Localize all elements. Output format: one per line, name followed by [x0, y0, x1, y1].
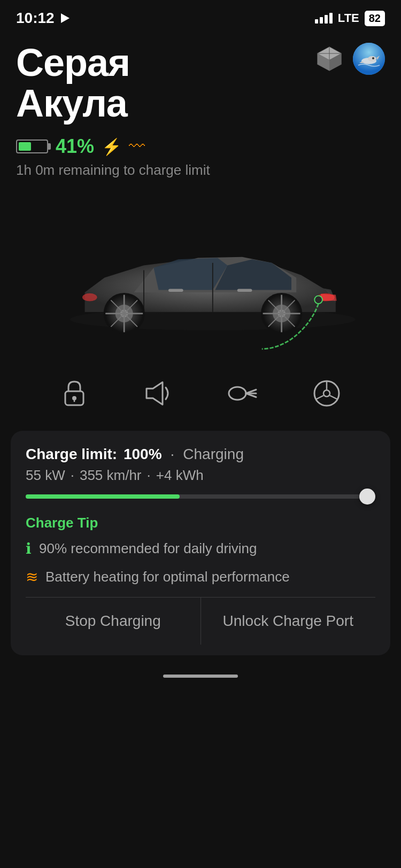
- svg-line-43: [316, 396, 323, 399]
- time-display: 10:12: [16, 10, 55, 27]
- svg-point-35: [314, 296, 322, 304]
- svg-point-41: [323, 390, 330, 397]
- svg-line-44: [330, 396, 337, 399]
- navigation-arrow-icon: [61, 13, 70, 23]
- header: Серая Акула: [0, 32, 401, 129]
- lights-icon: [227, 380, 259, 407]
- charging-added-stat: +4 kWh: [156, 467, 204, 484]
- car-image-area: [0, 185, 401, 356]
- car-illustration: [13, 190, 388, 351]
- stop-charging-button[interactable]: Stop Charging: [26, 598, 201, 645]
- bar4: [329, 13, 333, 24]
- bar3: [325, 15, 328, 24]
- tip-text-2: Battery heating for optimal performance: [45, 567, 290, 586]
- svg-point-10: [372, 57, 374, 59]
- battery-percentage-status: 82: [369, 12, 381, 25]
- charging-status-label: Charging: [183, 446, 244, 463]
- battery-fill: [19, 142, 31, 151]
- stat-sep1: ·: [71, 467, 74, 484]
- bar1: [315, 19, 318, 24]
- status-time: 10:12: [16, 10, 70, 27]
- charge-tip-title: Charge Tip: [26, 515, 375, 531]
- svg-rect-15: [168, 289, 183, 292]
- lock-icon: [61, 378, 88, 408]
- separator-dot: ·: [171, 446, 175, 463]
- unlock-charge-port-button[interactable]: Unlock Charge Port: [201, 598, 376, 645]
- car-name-line2: Акула: [16, 82, 127, 125]
- heat-waves-icon: 〰: [129, 137, 145, 156]
- battery-body-indicator: [16, 140, 48, 153]
- charge-remaining-text: 1h 0m remaining to charge limit: [0, 160, 401, 185]
- avatar-icon[interactable]: [353, 43, 385, 75]
- charging-card: Charge limit: 100% · Charging 55 kW · 35…: [11, 431, 390, 655]
- charging-speed-stat: 355 km/hr: [80, 467, 142, 484]
- horn-icon: [143, 380, 173, 407]
- controls-row: [0, 356, 401, 431]
- status-bar: 10:12 LTE 82: [0, 0, 401, 32]
- header-icons: [314, 43, 385, 75]
- battery-body: [16, 140, 48, 153]
- svg-point-17: [82, 293, 97, 301]
- lights-control-button[interactable]: [221, 372, 264, 415]
- horn-control-button[interactable]: [137, 372, 180, 415]
- cube-icon[interactable]: [314, 44, 344, 74]
- battery-row: 41% ⚡ 〰: [0, 129, 401, 160]
- charge-limit-label: Charge limit: 100%: [26, 446, 162, 463]
- tip-row-1: ℹ 90% recommended for daily driving: [26, 539, 375, 558]
- stat-sep2: ·: [147, 467, 151, 484]
- charging-bolt-icon: ⚡: [102, 137, 121, 156]
- slider-thumb[interactable]: [359, 489, 375, 505]
- charge-limit-slider[interactable]: [26, 494, 375, 499]
- home-indicator: [0, 666, 401, 688]
- bar2: [320, 17, 323, 24]
- svg-point-39: [229, 387, 246, 400]
- lte-label: LTE: [338, 11, 359, 25]
- svg-rect-16: [237, 289, 252, 292]
- lock-control-button[interactable]: [53, 372, 96, 415]
- tip-text-1: 90% recommended for daily driving: [39, 539, 257, 558]
- charge-limit-value: 100%: [124, 446, 162, 462]
- status-right: LTE 82: [315, 11, 385, 26]
- steering-wheel-icon: [312, 379, 341, 408]
- tip-row-2: ≋ Battery heating for optimal performanc…: [26, 567, 375, 586]
- battery-indicator-status: 82: [365, 11, 385, 26]
- charge-header-row: Charge limit: 100% · Charging: [26, 446, 375, 463]
- heat-tip-icon: ≋: [26, 568, 38, 586]
- signal-bars: [315, 13, 333, 24]
- svg-point-8: [368, 56, 376, 61]
- car-name-line1: Серая: [16, 41, 130, 84]
- charge-stats-row: 55 kW · 355 km/hr · +4 kWh: [26, 467, 375, 484]
- bottom-buttons: Stop Charging Unlock Charge Port: [26, 597, 375, 645]
- slider-fill: [26, 494, 180, 499]
- info-circle-icon: ℹ: [26, 540, 32, 557]
- home-bar: [163, 675, 238, 678]
- remote-start-control-button[interactable]: [305, 372, 348, 415]
- charging-power-stat: 55 kW: [26, 467, 65, 484]
- battery-percentage: 41%: [56, 135, 94, 158]
